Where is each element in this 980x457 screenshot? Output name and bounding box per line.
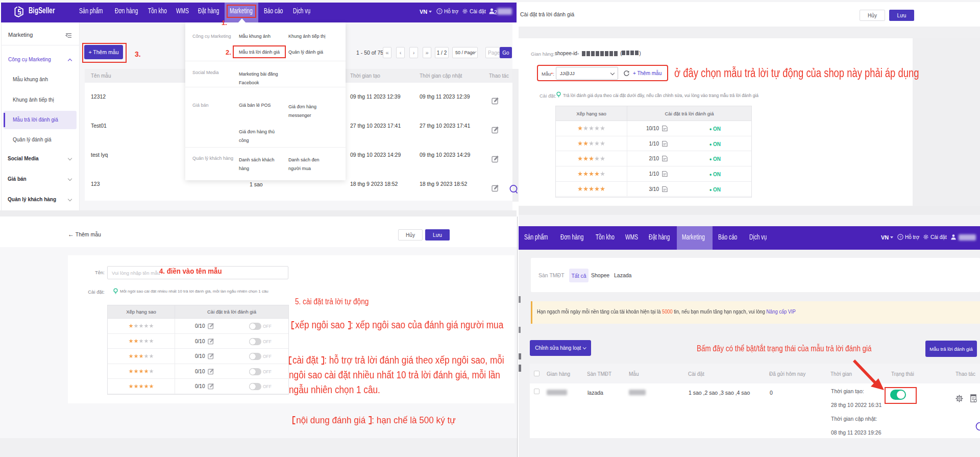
svg-text:?: ? xyxy=(438,9,441,14)
svg-text:?: ? xyxy=(899,235,902,239)
